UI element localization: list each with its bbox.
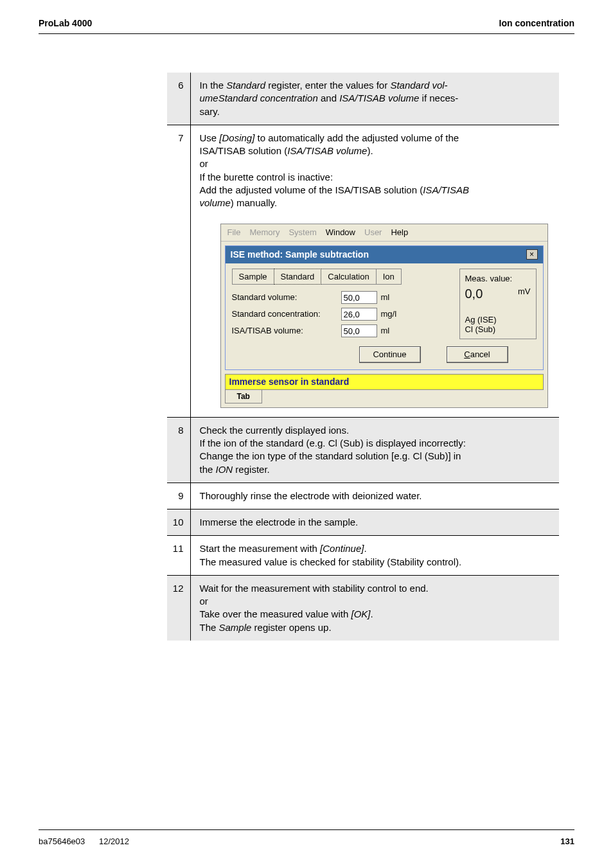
page-footer: ba75646e03 12/2012 131 <box>39 829 574 846</box>
t: Start the measurement with <box>200 543 321 554</box>
input-std-conc[interactable] <box>341 308 377 321</box>
step-7-text: Use [Dosing] to automatically add the ad… <box>190 125 559 216</box>
footer-doc-id: ba75646e03 <box>39 837 85 846</box>
t: ume <box>200 93 218 103</box>
t: . <box>364 543 366 554</box>
menu-help[interactable]: Help <box>391 227 408 238</box>
t: ISA/TISAB volume <box>339 93 419 103</box>
step-9-text: Thoroughly rinse the electrode with deio… <box>190 483 559 509</box>
t: Add the adjusted volume of the ISA/TISAB… <box>200 184 423 195</box>
t: In the <box>200 80 227 91</box>
step-9-row: 9 Thoroughly rinse the electrode with de… <box>167 483 559 509</box>
dialog-cell: File Memory System Window User Help ISE … <box>190 216 559 417</box>
meas-label: Meas. value: <box>465 273 532 285</box>
step-12-row: 12 Wait for the measurement with stabili… <box>167 575 559 641</box>
t: [Dosing] <box>219 132 254 143</box>
t: or <box>200 158 208 169</box>
step-6-num: 6 <box>167 73 190 125</box>
step-12-text: Wait for the measurement with stability … <box>190 575 559 641</box>
button-row: Continue Cancel <box>232 341 511 363</box>
input-std-volume[interactable] <box>341 291 377 304</box>
footer-date: 12/2012 <box>99 837 129 846</box>
step-7-num: 7 <box>167 125 190 216</box>
t: If the ion of the standard (e.g. Cl (Sub… <box>200 438 466 448</box>
t: Take over the measured value with <box>200 608 351 619</box>
ise-dialog: File Memory System Window User Help ISE … <box>220 224 548 408</box>
header-right: Ion concentration <box>499 18 574 28</box>
cancel-button[interactable]: Cancel <box>447 346 508 363</box>
step-12-num: 12 <box>167 575 190 641</box>
t: [Continue] <box>320 543 364 554</box>
meas-unit: mV <box>518 286 531 297</box>
row-std-volume: Standard volume: ml <box>232 291 453 304</box>
t: ISA/TISAB solution ( <box>200 145 288 156</box>
t: to automatically add the adjusted volume… <box>254 132 459 143</box>
tab-footer: Tab <box>225 390 544 403</box>
continue-button[interactable]: Continue <box>359 346 421 363</box>
footer-left: ba75646e03 12/2012 <box>39 837 129 846</box>
status-bar: Immerse sensor in standard <box>225 374 544 390</box>
step-8-row: 8 Check the currently displayed ions. If… <box>167 417 559 483</box>
label-std-conc: Standard concentration: <box>232 308 341 320</box>
step-11-row: 11 Start the measurement with [Continue]… <box>167 536 559 576</box>
row-isa-volume: ISA/TISAB volume: ml <box>232 324 453 337</box>
t: [OK] <box>351 608 370 619</box>
meas-ion-1: Ag (ISE) <box>465 315 497 325</box>
step-7-row: 7 Use [Dosing] to automatically add the … <box>167 125 559 216</box>
panel-body: Sample Standard Calculation Ion Standard… <box>226 263 543 369</box>
t: Sample <box>219 622 252 633</box>
t: Change the ion type of the standard solu… <box>200 450 461 461</box>
tab-standard[interactable]: Standard <box>274 269 322 285</box>
unit-isa-volume: ml <box>381 325 390 337</box>
step-11-text: Start the measurement with [Continue]. T… <box>190 536 559 576</box>
t: The <box>200 622 219 633</box>
t: sary. <box>200 106 220 117</box>
close-icon[interactable]: × <box>526 249 538 260</box>
step-9-num: 9 <box>167 483 190 509</box>
menu-system[interactable]: System <box>289 227 316 238</box>
meas-ion-2: Cl (Sub) <box>465 324 497 335</box>
main-content: 6 In the Standard register, enter the va… <box>0 34 613 641</box>
menu-user[interactable]: User <box>364 227 382 238</box>
menu-memory[interactable]: Memory <box>249 227 280 238</box>
t: and <box>318 93 339 103</box>
t: Standard vol- <box>390 80 447 91</box>
meas-ions: Ag (ISE) Cl (Sub) <box>465 315 497 335</box>
t: ISA/TISAB volume <box>287 145 367 156</box>
t: Standard <box>226 80 265 91</box>
tab-calculation[interactable]: Calculation <box>321 269 376 285</box>
t: . <box>370 608 373 619</box>
cancel-underline: C <box>464 350 470 359</box>
t: the <box>200 464 216 475</box>
t: Standard concentration <box>218 93 318 103</box>
meas-value-box: Meas. value: 0,0 mV Ag (ISE) Cl (Sub) <box>459 269 537 339</box>
step-6-row: 6 In the Standard register, enter the va… <box>167 73 559 125</box>
tab-sample[interactable]: Sample <box>232 269 274 285</box>
page-header: ProLab 4000 Ion concentration <box>0 0 613 33</box>
menu-file[interactable]: File <box>227 227 241 238</box>
t: If the burette control is inactive: <box>200 172 333 182</box>
steps-table: 6 In the Standard register, enter the va… <box>167 73 559 641</box>
t: if neces- <box>419 93 458 103</box>
label-isa-volume: ISA/TISAB volume: <box>232 325 341 337</box>
header-left: ProLab 4000 <box>39 18 92 28</box>
label-std-volume: Standard volume: <box>232 292 341 303</box>
step-10-num: 10 <box>167 509 190 536</box>
tab-ion[interactable]: Ion <box>376 269 402 285</box>
t: Use <box>200 132 220 143</box>
t: volume <box>200 197 231 208</box>
t: register. <box>233 464 270 475</box>
input-isa-volume[interactable] <box>341 324 377 337</box>
footer-tab-button[interactable]: Tab <box>225 390 262 403</box>
panel-title-text: ISE method: Sample subtraction <box>231 249 369 261</box>
menu-window[interactable]: Window <box>326 227 355 238</box>
t: ISA/TISAB <box>423 184 469 195</box>
dialog-row: File Memory System Window User Help ISE … <box>167 216 559 417</box>
step-8-text: Check the currently displayed ions. If t… <box>190 417 559 483</box>
step-11-num: 11 <box>167 536 190 576</box>
unit-std-conc: mg/l <box>381 308 397 320</box>
unit-std-volume: ml <box>381 292 390 303</box>
tabs-row: Sample Standard Calculation Ion <box>232 269 453 285</box>
t: Check the currently displayed ions. <box>200 425 350 436</box>
step-10-row: 10 Immerse the electrode in the sample. <box>167 509 559 536</box>
